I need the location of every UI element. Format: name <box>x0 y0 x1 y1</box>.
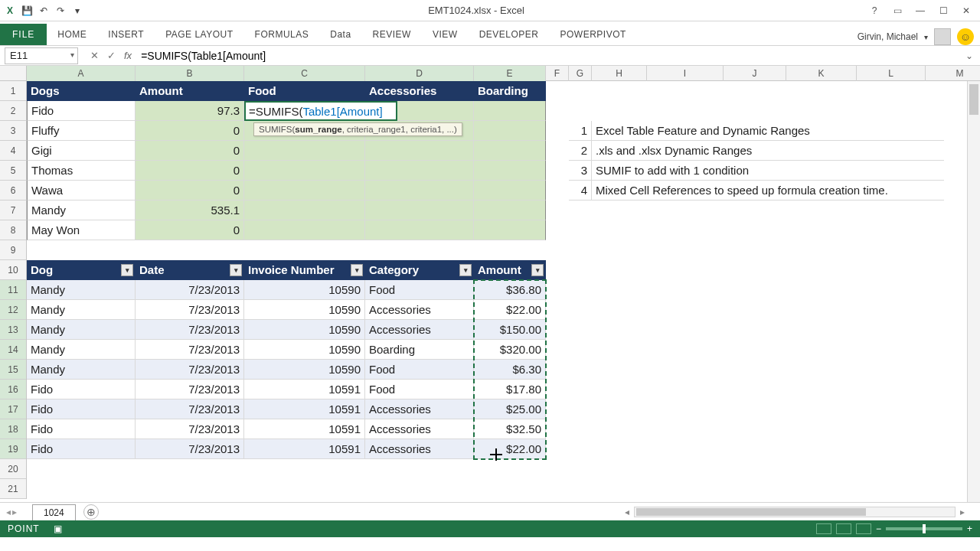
cell-D7[interactable] <box>365 201 474 220</box>
row-header-11[interactable]: 11 <box>0 280 26 300</box>
cell-C4[interactable] <box>244 141 365 161</box>
cell-E12[interactable]: $22.00 <box>474 300 546 320</box>
col-header-L[interactable]: L <box>857 66 926 81</box>
cell-B3[interactable]: 0 <box>136 121 244 141</box>
row-header-13[interactable]: 13 <box>0 320 26 340</box>
redo-icon[interactable]: ↷ <box>54 4 67 18</box>
save-icon[interactable]: 💾 <box>20 4 34 18</box>
col-header-F[interactable]: F <box>546 66 569 81</box>
cell-H5[interactable]: SUMIF to add with 1 condition <box>592 161 944 181</box>
cell-H4[interactable]: .xls and .xlsx Dynamic Ranges <box>592 141 944 161</box>
account-area[interactable]: Girvin, Michael ▾ ☺ <box>858 28 980 45</box>
cell-A19[interactable]: Fido <box>27 439 136 459</box>
sheet-nav-next-icon[interactable]: ▸ <box>12 507 17 517</box>
cell-D12[interactable]: Accessories <box>365 300 474 320</box>
maximize-icon[interactable]: ☐ <box>934 3 952 18</box>
name-box[interactable]: E11 <box>5 47 78 64</box>
qat-more-icon[interactable]: ▾ <box>70 4 84 18</box>
view-normal-icon[interactable] <box>816 523 831 534</box>
cell-B4[interactable]: 0 <box>136 141 244 161</box>
cell-A6[interactable]: Wawa <box>27 181 136 201</box>
col-header-J[interactable]: J <box>724 66 786 81</box>
tab-developer[interactable]: DEVELOPER <box>469 24 550 45</box>
cell-D15[interactable]: Food <box>365 360 474 380</box>
cell-C10[interactable]: Invoice Number▾ <box>244 260 365 280</box>
cell-A14[interactable]: Mandy <box>27 340 136 360</box>
cell-E17[interactable]: $25.00 <box>474 399 546 419</box>
cell-B19[interactable]: 7/23/2013 <box>136 439 244 459</box>
cell-E8[interactable] <box>474 220 546 240</box>
cell-E15[interactable]: $6.30 <box>474 360 546 380</box>
cell-E3[interactable] <box>474 121 546 141</box>
row-header-18[interactable]: 18 <box>0 419 26 439</box>
feedback-icon[interactable]: ☺ <box>957 28 974 45</box>
cell-A7[interactable]: Mandy <box>27 201 136 220</box>
cell-E11[interactable]: $36.80 <box>474 280 546 300</box>
cell-A4[interactable]: Gigi <box>27 141 136 161</box>
cell-B13[interactable]: 7/23/2013 <box>136 320 244 340</box>
cell-C1[interactable]: Food <box>244 81 365 101</box>
ribbon-options-icon[interactable]: ▭ <box>888 3 906 18</box>
view-page-break-icon[interactable] <box>856 523 871 534</box>
zoom-in-icon[interactable]: + <box>967 523 972 534</box>
cell-C7[interactable] <box>244 201 365 220</box>
cell-G4[interactable]: 2 <box>569 141 592 161</box>
cell-B5[interactable]: 0 <box>136 161 244 181</box>
horizontal-scrollbar[interactable]: ◂ ▸ <box>99 507 980 517</box>
cell-C6[interactable] <box>244 181 365 201</box>
row-header-14[interactable]: 14 <box>0 340 26 360</box>
cell-C12[interactable]: 10590 <box>244 300 365 320</box>
cell-E6[interactable] <box>474 181 546 201</box>
cell-A18[interactable]: Fido <box>27 419 136 439</box>
cell-C8[interactable] <box>244 220 365 240</box>
minimize-icon[interactable]: — <box>911 3 929 18</box>
cell-H6[interactable]: Mixed Cell References to speed up formul… <box>592 181 944 201</box>
cell-B7[interactable]: 535.1 <box>136 201 244 220</box>
close-icon[interactable]: ✕ <box>957 3 975 18</box>
cell-A3[interactable]: Fluffy <box>27 121 136 141</box>
row-header-15[interactable]: 15 <box>0 360 26 380</box>
row-header-4[interactable]: 4 <box>0 141 26 161</box>
cell-A10[interactable]: Dog▾ <box>27 260 136 280</box>
zoom-out-icon[interactable]: − <box>876 523 881 534</box>
vertical-scrollbar[interactable] <box>967 81 980 502</box>
cell-E4[interactable] <box>474 141 546 161</box>
row-header-10[interactable]: 10 <box>0 260 26 280</box>
cell-A1[interactable]: Dogs <box>27 81 136 101</box>
cell-A8[interactable]: May Won <box>27 220 136 240</box>
tab-formulas[interactable]: FORMULAS <box>244 24 320 45</box>
cell-D1[interactable]: Accessories <box>365 81 474 101</box>
cell-A13[interactable]: Mandy <box>27 320 136 340</box>
filter-dropdown-icon[interactable]: ▾ <box>230 264 242 276</box>
cell-B11[interactable]: 7/23/2013 <box>136 280 244 300</box>
cell-D18[interactable]: Accessories <box>365 419 474 439</box>
macro-record-icon[interactable]: ▣ <box>47 523 62 534</box>
cancel-formula-icon[interactable]: ✕ <box>86 47 103 64</box>
row-header-3[interactable]: 3 <box>0 121 26 141</box>
cell-B1[interactable]: Amount <box>136 81 244 101</box>
cell-A11[interactable]: Mandy <box>27 280 136 300</box>
tab-powerpivot[interactable]: POWERPIVOT <box>549 24 636 45</box>
cell-D6[interactable] <box>365 181 474 201</box>
col-header-G[interactable]: G <box>569 66 592 81</box>
row-header-8[interactable]: 8 <box>0 220 26 240</box>
cell-D19[interactable]: Accessories <box>365 439 474 459</box>
row-header-7[interactable]: 7 <box>0 201 26 220</box>
cell-C11[interactable]: 10590 <box>244 280 365 300</box>
cell-D8[interactable] <box>365 220 474 240</box>
filter-dropdown-icon[interactable]: ▾ <box>531 264 544 276</box>
cell-D10[interactable]: Category▾ <box>365 260 474 280</box>
cell-E10[interactable]: Amount▾ <box>474 260 546 280</box>
cell-H3[interactable]: Excel Table Feature and Dynamic Ranges <box>592 121 944 141</box>
zoom-slider[interactable] <box>886 527 962 530</box>
select-all-corner[interactable] <box>0 66 27 80</box>
cell-E18[interactable]: $32.50 <box>474 419 546 439</box>
cell-C19[interactable]: 10591 <box>244 439 365 459</box>
tab-page-layout[interactable]: PAGE LAYOUT <box>155 24 243 45</box>
cell-D4[interactable] <box>365 141 474 161</box>
cell-E2[interactable] <box>474 101 546 121</box>
cell-E14[interactable]: $320.00 <box>474 340 546 360</box>
cell-A16[interactable]: Fido <box>27 380 136 399</box>
cell-C14[interactable]: 10590 <box>244 340 365 360</box>
cell-E7[interactable] <box>474 201 546 220</box>
